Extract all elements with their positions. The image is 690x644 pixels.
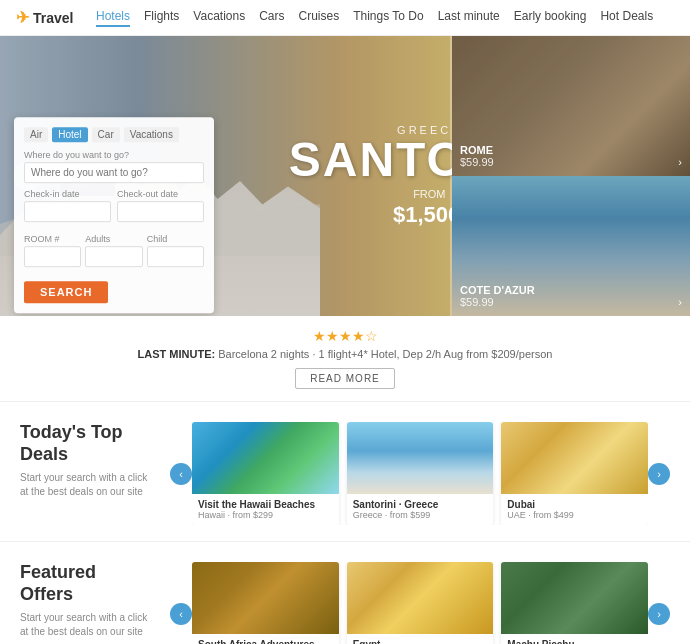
- featured-section: Featured Offers Start your search with a…: [0, 541, 690, 644]
- featured-section-right: ‹ South Africa Adventures Africa · from …: [170, 562, 670, 644]
- nav-item-cruises[interactable]: Cruises: [299, 9, 340, 27]
- deal-card[interactable]: Dubai UAE · from $499: [501, 422, 648, 525]
- deal-info: Santorini · Greece Greece · from $599: [347, 494, 494, 525]
- nav-item-flights[interactable]: Flights: [144, 9, 179, 27]
- last-minute-destination: Barcelona: [218, 348, 268, 360]
- hero-thumb-0[interactable]: ROME $59.99 ›: [450, 36, 690, 176]
- info-bar: ★★★★☆ LAST MINUTE: Barcelona 2 nights · …: [0, 316, 690, 402]
- deal-info: South Africa Adventures Africa · from $7…: [192, 634, 339, 644]
- deal-card[interactable]: Visit the Hawaii Beaches Hawaii · from $…: [192, 422, 339, 525]
- featured-carousel: South Africa Adventures Africa · from $7…: [192, 562, 648, 644]
- search-button[interactable]: SEARCH: [24, 281, 108, 303]
- last-minute-label: LAST MINUTE:: [138, 348, 216, 360]
- deals-next-button[interactable]: ›: [648, 463, 670, 485]
- header: ✈ Travel HotelsFlightsVacationsCarsCruis…: [0, 0, 690, 36]
- deals-carousel: Visit the Hawaii Beaches Hawaii · from $…: [192, 422, 648, 525]
- room-input[interactable]: [24, 246, 81, 267]
- checkin-input[interactable]: [24, 201, 111, 222]
- checkout-label: Check-out date: [117, 189, 204, 199]
- hero-thumb-1[interactable]: COTE D'AZUR $59.99 ›: [450, 176, 690, 316]
- checkin-label: Check-in date: [24, 189, 111, 199]
- deal-image: [501, 562, 648, 634]
- deal-name: Dubai: [507, 499, 642, 510]
- deal-info: Dubai UAE · from $499: [501, 494, 648, 525]
- cotedazur-info: COTE D'AZUR $59.99: [460, 284, 535, 308]
- nav-item-hotels[interactable]: Hotels: [96, 9, 130, 27]
- booking-tab-air[interactable]: Air: [24, 127, 48, 142]
- deal-card[interactable]: Egypt Egypt · from $499: [347, 562, 494, 644]
- last-minute-details: 2 nights · 1 flight+4* Hotel, Dep 2/h Au…: [271, 348, 553, 360]
- room-label: ROOM #: [24, 234, 81, 244]
- deals-title: Today's Top Deals: [20, 422, 150, 465]
- deal-sub: UAE · from $499: [507, 510, 642, 520]
- nav-item-hot-deals[interactable]: Hot Deals: [600, 9, 653, 27]
- deals-section: Today's Top Deals Start your search with…: [0, 402, 690, 541]
- destination-input[interactable]: [24, 162, 204, 183]
- deal-name: Visit the Hawaii Beaches: [198, 499, 333, 510]
- featured-title: Featured Offers: [20, 562, 150, 605]
- hero-thumbnails: ROME $59.99 › COTE D'AZUR $59.99 ›: [450, 36, 690, 316]
- deal-card[interactable]: Santorini · Greece Greece · from $599: [347, 422, 494, 525]
- adults-label: Adults: [85, 234, 142, 244]
- deal-info: Visit the Hawaii Beaches Hawaii · from $…: [192, 494, 339, 525]
- deals-section-left: Today's Top Deals Start your search with…: [20, 422, 150, 525]
- rome-arrow: ›: [678, 156, 682, 168]
- deal-card[interactable]: Machu Picchu Peru · from $899: [501, 562, 648, 644]
- deal-name: Machu Picchu: [507, 639, 642, 644]
- booking-form: AirHotelCarVacations Where do you want t…: [14, 117, 214, 313]
- nav-item-cars[interactable]: Cars: [259, 9, 284, 27]
- child-input[interactable]: [147, 246, 204, 267]
- logo[interactable]: ✈ Travel: [16, 8, 96, 27]
- featured-next-button[interactable]: ›: [648, 603, 670, 625]
- deal-image: [501, 422, 648, 494]
- nav-item-early-booking[interactable]: Early booking: [514, 9, 587, 27]
- child-label: Child: [147, 234, 204, 244]
- deal-image: [192, 422, 339, 494]
- deals-prev-button[interactable]: ‹: [170, 463, 192, 485]
- hero-section: GREECE SANTORINI FROM $1,500* ❮ ❯ ROME $…: [0, 36, 690, 316]
- booking-tabs: AirHotelCarVacations: [24, 127, 204, 142]
- deal-image: [347, 422, 494, 494]
- featured-desc: Start your search with a click at the be…: [20, 611, 150, 639]
- nav-item-vacations[interactable]: Vacations: [193, 9, 245, 27]
- booking-tab-car[interactable]: Car: [92, 127, 120, 142]
- logo-icon: ✈: [16, 8, 29, 27]
- main-nav: HotelsFlightsVacationsCarsCruisesThings …: [96, 9, 653, 27]
- read-more-button[interactable]: READ MORE: [295, 368, 395, 389]
- booking-tab-vacations[interactable]: Vacations: [124, 127, 179, 142]
- checkout-input[interactable]: [117, 201, 204, 222]
- deal-sub: Hawaii · from $299: [198, 510, 333, 520]
- deal-image: [347, 562, 494, 634]
- deals-section-right: ‹ Visit the Hawaii Beaches Hawaii · from…: [170, 422, 670, 525]
- logo-text: Travel: [33, 10, 73, 26]
- last-minute-text: LAST MINUTE: Barcelona 2 nights · 1 flig…: [20, 348, 670, 360]
- nav-item-last-minute[interactable]: Last minute: [438, 9, 500, 27]
- cotedazur-arrow: ›: [678, 296, 682, 308]
- star-rating: ★★★★☆: [20, 328, 670, 344]
- nav-item-things-to-do[interactable]: Things To Do: [353, 9, 423, 27]
- featured-section-left: Featured Offers Start your search with a…: [20, 562, 150, 644]
- deal-info: Machu Picchu Peru · from $899: [501, 634, 648, 644]
- deal-image: [192, 562, 339, 634]
- deal-name: Santorini · Greece: [353, 499, 488, 510]
- deal-info: Egypt Egypt · from $499: [347, 634, 494, 644]
- booking-tab-hotel[interactable]: Hotel: [52, 127, 87, 142]
- deal-name: Egypt: [353, 639, 488, 644]
- rome-info: ROME $59.99: [460, 144, 494, 168]
- deal-card[interactable]: South Africa Adventures Africa · from $7…: [192, 562, 339, 644]
- adults-input[interactable]: [85, 246, 142, 267]
- deals-desc: Start your search with a click at the be…: [20, 471, 150, 499]
- featured-prev-button[interactable]: ‹: [170, 603, 192, 625]
- deal-name: South Africa Adventures: [198, 639, 333, 644]
- deal-sub: Greece · from $599: [353, 510, 488, 520]
